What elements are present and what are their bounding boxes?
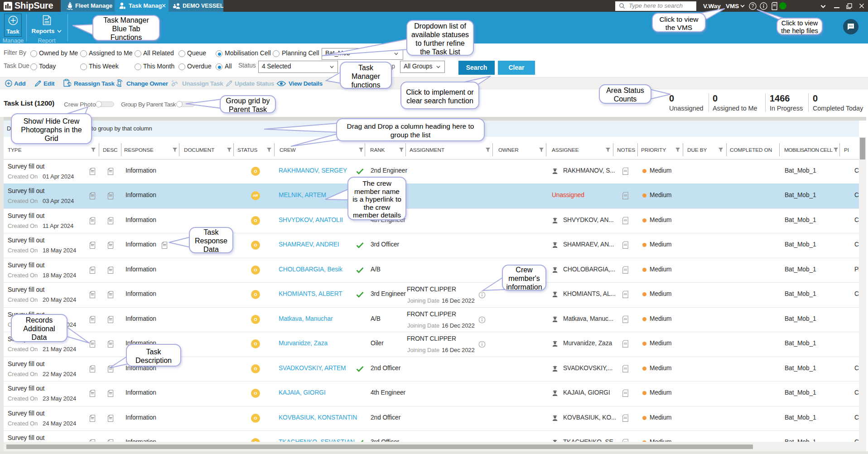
svg-text:?: ? [752,3,754,9]
